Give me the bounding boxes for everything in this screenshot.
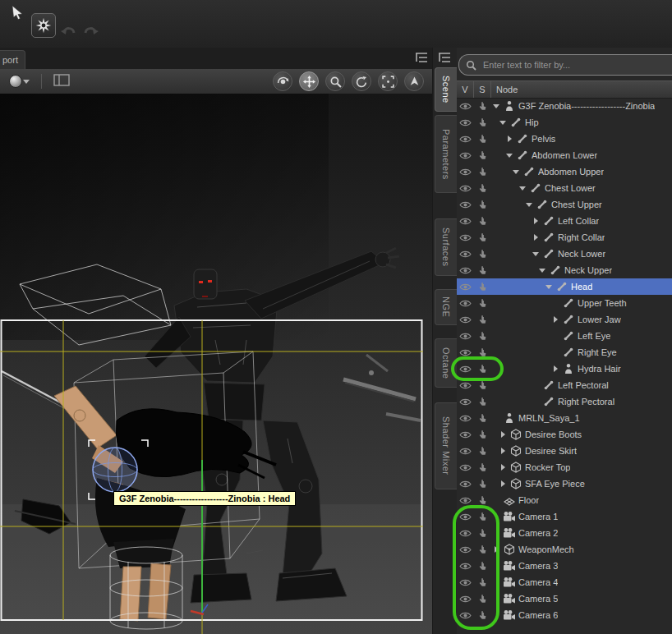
tab-viewport[interactable]: port xyxy=(0,50,25,70)
expand-arrow-icon[interactable] xyxy=(491,98,502,114)
selectable-toggle-icon[interactable] xyxy=(474,512,491,522)
visibility-toggle-icon[interactable] xyxy=(457,233,474,242)
visibility-toggle-icon[interactable] xyxy=(457,217,474,226)
side-tab-shader-mixer[interactable]: Shader Mixer xyxy=(435,402,457,489)
visibility-toggle-icon[interactable] xyxy=(457,595,474,604)
scene-tree-row[interactable]: Floor xyxy=(457,492,672,508)
selectable-toggle-icon[interactable] xyxy=(474,265,491,276)
expand-arrow-icon[interactable] xyxy=(531,229,541,246)
aim-camera-button[interactable] xyxy=(404,71,424,91)
visibility-toggle-icon[interactable] xyxy=(457,266,474,275)
scene-tree-row[interactable]: Pelvis xyxy=(457,131,672,147)
selectable-toggle-icon[interactable] xyxy=(474,167,491,177)
scene-tree-row[interactable]: Neck Upper xyxy=(457,262,672,278)
pan-camera-button[interactable] xyxy=(299,71,319,91)
expand-arrow-icon[interactable] xyxy=(550,361,561,377)
scene-tree-row[interactable]: Right Eye xyxy=(457,344,672,361)
visibility-toggle-icon[interactable] xyxy=(457,365,474,374)
side-tab-nge[interactable]: NGE xyxy=(435,289,457,325)
scene-tree-row[interactable]: Left Pectoral xyxy=(457,377,672,393)
scene-tree-row[interactable]: Camera 6 xyxy=(457,607,672,623)
scene-tree-row[interactable]: Desiree Boots xyxy=(457,426,672,443)
visibility-toggle-icon[interactable] xyxy=(457,118,474,127)
visibility-toggle-icon[interactable] xyxy=(457,102,474,111)
expand-arrow-icon[interactable] xyxy=(518,180,528,196)
expand-arrow-icon[interactable] xyxy=(504,147,515,163)
visibility-toggle-icon[interactable] xyxy=(457,611,474,620)
expand-arrow-icon[interactable] xyxy=(498,426,509,443)
column-selectable[interactable]: S xyxy=(474,81,491,98)
undo-icon[interactable] xyxy=(59,25,77,43)
visibility-toggle-icon[interactable] xyxy=(457,348,474,357)
scene-tree-row[interactable]: Right Collar xyxy=(457,229,672,246)
visibility-toggle-icon[interactable] xyxy=(457,578,474,587)
selectable-toggle-icon[interactable] xyxy=(474,577,491,588)
expand-arrow-icon[interactable] xyxy=(524,196,535,213)
scene-tree-row[interactable]: Camera 1 xyxy=(457,508,672,525)
visibility-toggle-icon[interactable] xyxy=(457,496,474,505)
selectable-toggle-icon[interactable] xyxy=(474,430,491,440)
scene-tree-row[interactable]: Lower Jaw xyxy=(457,311,672,328)
visibility-toggle-icon[interactable] xyxy=(457,512,474,521)
selectable-toggle-icon[interactable] xyxy=(474,101,491,112)
visibility-toggle-icon[interactable] xyxy=(457,480,474,489)
scene-tree-row[interactable]: Head xyxy=(457,278,672,295)
selectable-toggle-icon[interactable] xyxy=(474,446,491,457)
selectable-toggle-icon[interactable] xyxy=(474,232,491,243)
visibility-toggle-icon[interactable] xyxy=(457,151,474,160)
selectable-toggle-icon[interactable] xyxy=(474,380,491,391)
visibility-toggle-icon[interactable] xyxy=(457,184,474,193)
visibility-toggle-icon[interactable] xyxy=(457,414,474,423)
visibility-toggle-icon[interactable] xyxy=(457,562,474,571)
expand-arrow-icon[interactable] xyxy=(550,311,561,328)
visibility-toggle-icon[interactable] xyxy=(457,381,474,390)
visibility-toggle-icon[interactable] xyxy=(457,397,474,407)
scene-tree-row[interactable]: Chest Upper xyxy=(457,196,672,213)
visibility-toggle-icon[interactable] xyxy=(457,168,474,177)
side-tab-scene[interactable]: Scene xyxy=(435,67,457,112)
scene-tree-row[interactable]: Hydra Hair xyxy=(457,361,672,377)
selectable-toggle-icon[interactable] xyxy=(474,315,491,325)
scene-tree-row[interactable]: Camera 5 xyxy=(457,590,672,607)
expand-arrow-icon[interactable] xyxy=(504,131,515,147)
scene-pane-menu-icon[interactable] xyxy=(436,51,453,68)
visibility-toggle-icon[interactable] xyxy=(457,200,474,209)
selectable-toggle-icon[interactable] xyxy=(474,249,491,260)
expand-arrow-icon[interactable] xyxy=(498,459,509,476)
visibility-toggle-icon[interactable] xyxy=(457,332,474,341)
pane-dock-icon[interactable] xyxy=(413,51,430,68)
selectable-toggle-icon[interactable] xyxy=(474,134,491,145)
scene-tree-row[interactable]: SFA Eye Piece xyxy=(457,476,672,492)
selectable-toggle-icon[interactable] xyxy=(474,594,491,604)
filter-input[interactable] xyxy=(481,59,672,71)
scene-tree-row[interactable]: Left Eye xyxy=(457,328,672,344)
side-tab-parameters[interactable]: Parameters xyxy=(435,115,457,193)
expand-arrow-icon[interactable] xyxy=(511,163,522,180)
selectable-toggle-icon[interactable] xyxy=(474,216,491,227)
scene-tree-row[interactable]: Desiree Skirt xyxy=(457,443,672,459)
expand-arrow-icon[interactable] xyxy=(498,114,509,131)
expand-arrow-icon[interactable] xyxy=(537,262,548,278)
scene-tree-row[interactable]: Hip xyxy=(457,114,672,131)
scene-tree-row[interactable]: Camera 2 xyxy=(457,525,672,541)
visibility-toggle-icon[interactable] xyxy=(457,545,474,554)
visibility-toggle-icon[interactable] xyxy=(457,299,474,308)
visibility-toggle-icon[interactable] xyxy=(457,315,474,324)
expand-arrow-icon[interactable] xyxy=(544,278,555,295)
selectable-toggle-icon[interactable] xyxy=(474,282,491,292)
column-visible[interactable]: V xyxy=(457,81,474,98)
side-tab-surfaces[interactable]: Surfaces xyxy=(435,218,457,276)
selectable-toggle-icon[interactable] xyxy=(474,200,491,210)
scene-tree-row[interactable]: WeaponMech xyxy=(457,541,672,558)
visibility-toggle-icon[interactable] xyxy=(457,283,474,292)
selectable-toggle-icon[interactable] xyxy=(474,331,491,342)
pane-layout-icon[interactable] xyxy=(53,74,70,90)
rotate-camera-button[interactable] xyxy=(352,71,371,91)
selectable-toggle-icon[interactable] xyxy=(474,610,491,621)
frame-view-button[interactable] xyxy=(378,71,398,91)
column-node[interactable]: Node xyxy=(491,81,672,98)
visibility-toggle-icon[interactable] xyxy=(457,135,474,144)
expand-arrow-icon[interactable] xyxy=(531,246,541,262)
filter-field[interactable] xyxy=(458,54,672,76)
side-tab-octane[interactable]: Octane xyxy=(435,338,457,388)
